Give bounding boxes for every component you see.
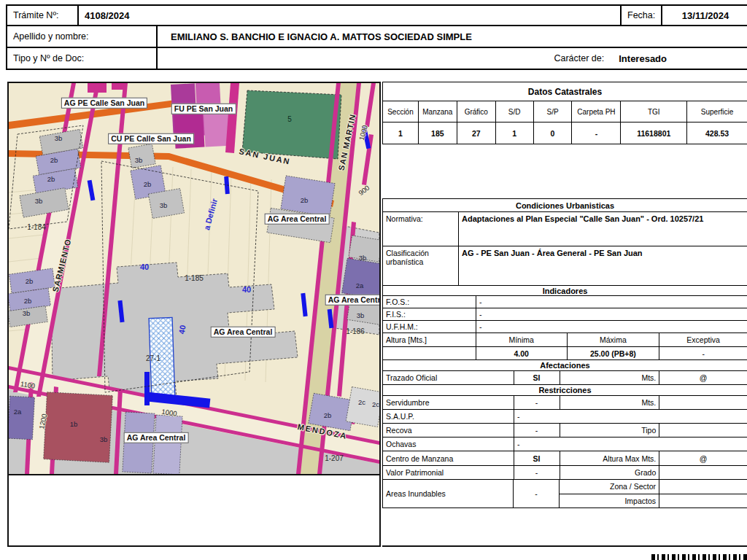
val-superficie: 428.53 (687, 122, 747, 144)
data-panel: Datos Catastrales Sección Manzana Gráfic… (382, 82, 747, 508)
datos-catastrales-table: Datos Catastrales Sección Manzana Gráfic… (382, 82, 747, 144)
servidumbre-value: - (514, 396, 560, 409)
afectaciones-title: Afectaciones (383, 360, 747, 371)
panel-gap (382, 144, 747, 198)
col-sd: S/D (496, 101, 534, 122)
ochavas-row: Ochavas - (383, 438, 747, 451)
caracter-value: Interesado (619, 53, 667, 64)
areas-extra-impactos (659, 494, 747, 508)
col-grafico: Gráfico (457, 101, 496, 122)
indicadores-table: Indicadores F.O.S.: - F.I.S.: - U.F.H.M.… (382, 286, 747, 360)
val-tgi: 11618801 (621, 122, 687, 144)
centro-extra: @ (659, 451, 747, 465)
clasificacion-value: AG - PE San Juan - Área General - PE San… (459, 246, 747, 285)
condiciones-table: Condiciones Urbanisticas Normativa: Adap… (382, 198, 747, 286)
clasificacion-row: Clasificación urbanística AG - PE San Ju… (383, 246, 747, 286)
ochavas-value: - (514, 438, 747, 451)
trazado-label: Trazado Oficial (383, 371, 514, 384)
servidumbre-label: Servidumbre (383, 396, 514, 409)
afectaciones-table: Afectaciones Trazado Oficial SI Mts. @ (382, 360, 747, 385)
val-manzana: 185 (419, 122, 457, 144)
datos-values-row: 1 185 27 1 0 - 11618801 428.53 (383, 122, 747, 144)
zoning-map-drawing (9, 83, 379, 474)
valor-row: Valor Patrimonial - Grado (383, 466, 747, 480)
centro-label: Centro de Manzana (383, 451, 514, 465)
valor-unit: Grado (560, 466, 660, 479)
trazado-row: Trazado Oficial SI Mts. @ (383, 371, 747, 385)
val-sp: 0 (534, 122, 573, 144)
fis-value: - (476, 308, 747, 320)
recova-unit: Tipo (560, 424, 660, 437)
fos-value: - (476, 296, 747, 308)
subject-parcel-27-1 (149, 317, 175, 400)
col-tgi: TGI (621, 101, 687, 122)
caracter-label: Carácter de: (554, 53, 604, 64)
header-row-tramite: Trámite Nº: 4108/2024 Fecha: 13/11/2024 (7, 6, 747, 25)
servidumbre-extra (659, 396, 747, 409)
altura-max-value: 25.00 (PB+8) (568, 347, 660, 359)
col-carpeta: Carpeta PH (572, 101, 621, 122)
servidumbre-unit: Mts. (560, 396, 660, 409)
valor-label: Valor Patrimonial (383, 466, 514, 479)
indicadores-title: Indicadores (383, 286, 747, 296)
altura-exc-label: Exceptiva (659, 333, 747, 346)
altura-min-value: 4.00 (476, 347, 568, 359)
fecha-label: Fecha: (622, 6, 662, 25)
ufhm-row: U.F.H.M.: - (383, 321, 747, 333)
ochavas-label: Ochavas (383, 438, 514, 451)
areas-extra-zona (659, 480, 747, 494)
fos-label: F.O.S.: (383, 296, 476, 308)
areas-value: - (514, 480, 560, 508)
trazado-value: SI (514, 371, 560, 384)
servidumbre-row: Servidumbre - Mts. (383, 396, 747, 410)
condiciones-title: Condiciones Urbanisticas (383, 199, 747, 212)
val-carpeta: - (572, 122, 621, 144)
green-block-5 (242, 90, 341, 159)
fos-row: F.O.S.: - (383, 296, 747, 308)
map-frame: AG PE Calle San JuanFU PE San JuanCU PE … (7, 82, 381, 547)
cut-off-print-marks (651, 554, 747, 560)
valor-value: - (514, 466, 560, 479)
altura-header-row: Altura [Mts.] Mínima Máxima Exceptiva (383, 333, 747, 347)
col-seccion: Sección (383, 101, 419, 122)
valor-extra (659, 466, 747, 479)
normativa-row: Normativa: Adaptaciones al Plan Especial… (383, 212, 747, 246)
areas-subrow-impactos: Impactos (560, 494, 747, 508)
areas-inundables-row: Areas Inundables - Zona / Sector Impacto… (383, 480, 747, 508)
trazado-unit: Mts. (560, 371, 660, 384)
header-row-tipodoc: Tipo y Nº de Doc: Carácter de: Interesad… (7, 47, 747, 69)
recova-label: Recova (383, 424, 514, 437)
saup-value: - (514, 410, 747, 423)
recova-extra (659, 424, 747, 437)
ufhm-label: U.F.H.M.: (383, 321, 476, 332)
areas-unit-zona: Zona / Sector (560, 480, 659, 494)
datos-title: Datos Catastrales (383, 82, 747, 101)
tipo-doc-label: Tipo y Nº de Doc: (7, 48, 158, 69)
bottom-border-line (382, 545, 747, 547)
altura-spacer (383, 347, 476, 359)
datos-header-row: Sección Manzana Gráfico S/D S/P Carpeta … (383, 101, 747, 122)
altura-exc-value: - (659, 347, 747, 359)
areas-right-column: Zona / Sector Impactos (560, 480, 747, 508)
clasificacion-label: Clasificación urbanística (383, 246, 459, 285)
val-seccion: 1 (383, 122, 419, 144)
fis-row: F.I.S.: - (383, 308, 747, 321)
apellido-label: Apellido y nombre: (7, 26, 158, 47)
altura-values-row: 4.00 25.00 (PB+8) - (383, 347, 747, 360)
trazado-extra: @ (659, 371, 747, 384)
apellido-value: EMILIANO S. BANCHIO E IGNACIO A. MATTOS … (158, 30, 747, 44)
tramite-label: Trámite Nº: (7, 6, 79, 25)
restricciones-table: Restricciones Servidumbre - Mts. S.A.U.P… (382, 385, 747, 508)
centro-unit: Altura Max Mts. (560, 451, 660, 465)
val-grafico: 27 (457, 122, 496, 144)
centro-row: Centro de Manzana SI Altura Max Mts. @ (383, 451, 747, 466)
altura-max-label: Máxima (568, 333, 660, 346)
normativa-value: Adaptaciones al Plan Especial "Calle San… (459, 212, 747, 246)
normativa-label: Normativa: (383, 212, 459, 246)
recova-value: - (514, 424, 560, 437)
recova-row: Recova - Tipo (383, 424, 747, 438)
saup-label: S.A.U.P. (383, 410, 514, 423)
fecha-value: 13/11/2024 (662, 9, 747, 23)
ufhm-value: - (476, 321, 747, 332)
areas-subrow-zona: Zona / Sector (560, 480, 747, 494)
